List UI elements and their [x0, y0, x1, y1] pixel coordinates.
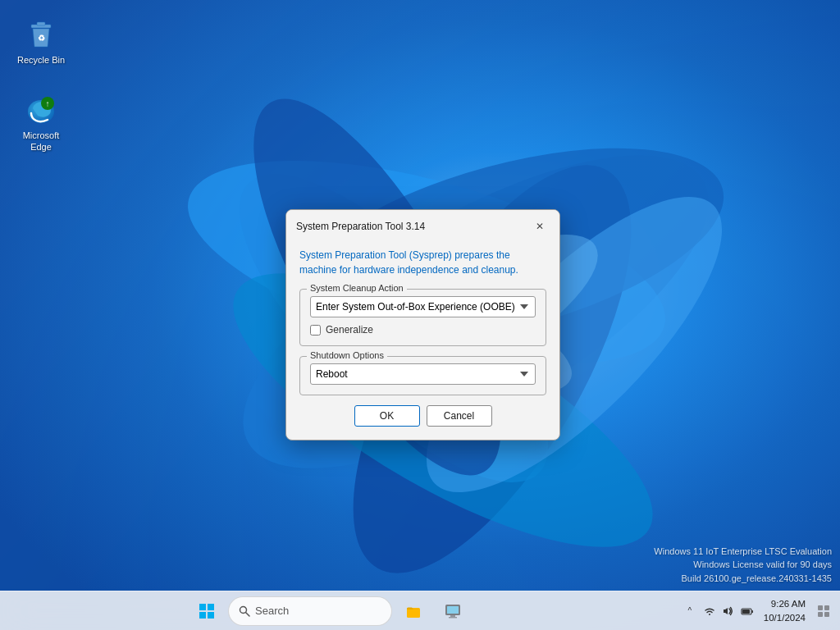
svg-rect-26 — [450, 615, 455, 617]
file-explorer-button[interactable] — [395, 595, 431, 628]
search-label: Search — [255, 605, 289, 617]
generalize-row: Generalize — [310, 324, 536, 336]
svg-rect-31 — [751, 610, 753, 613]
svg-rect-20 — [208, 612, 214, 619]
svg-text:♻: ♻ — [38, 34, 45, 43]
tray-network-icon[interactable] — [701, 603, 718, 619]
desktop-icon-recycle-bin[interactable]: ♻ Recycle Bin — [11, 15, 71, 69]
svg-rect-35 — [824, 612, 829, 617]
svg-line-22 — [246, 612, 250, 616]
svg-rect-34 — [818, 612, 823, 617]
svg-rect-33 — [824, 605, 829, 610]
dialog-titlebar: System Preparation Tool 3.14 ✕ — [286, 210, 559, 241]
clock-date: 10/1/2024 — [764, 611, 806, 624]
action-center-icon — [817, 605, 830, 618]
action-center-button[interactable] — [814, 603, 833, 619]
svg-rect-28 — [724, 609, 725, 613]
tray-power-icon[interactable] — [739, 603, 756, 619]
clock-time: 9:26 AM — [771, 597, 806, 610]
recycle-bin-label: Recycle Bin — [17, 54, 65, 66]
ok-button[interactable]: OK — [354, 405, 420, 427]
search-bar[interactable]: Search — [228, 596, 392, 626]
svg-rect-18 — [208, 604, 214, 610]
dialog-buttons: OK Cancel — [299, 405, 546, 427]
svg-text:↑: ↑ — [46, 99, 50, 108]
shutdown-options-group: Shutdown Options Reboot Shutdown Quit — [299, 356, 546, 395]
system-tray-icons — [701, 603, 756, 619]
dialog-description: System Preparation Tool (Sysprep) prepar… — [299, 248, 546, 277]
dialog-title: System Preparation Tool 3.14 — [296, 221, 425, 232]
windows-logo-icon — [199, 604, 214, 619]
network-icon — [445, 603, 461, 619]
shutdown-options-dropdown[interactable]: Reboot Shutdown Quit — [310, 363, 536, 385]
cancel-button[interactable]: Cancel — [427, 405, 492, 427]
system-clock[interactable]: 9:26 AM 10/1/2024 — [759, 596, 810, 625]
svg-rect-27 — [449, 617, 457, 619]
svg-rect-19 — [199, 612, 206, 619]
svg-rect-17 — [199, 604, 206, 610]
search-icon — [239, 605, 250, 617]
cleanup-action-dropdown[interactable]: Enter System Out-of-Box Experience (OOBE… — [310, 296, 536, 317]
edge-label: Microsoft Edge — [15, 130, 67, 153]
dialog-close-button[interactable]: ✕ — [530, 217, 550, 236]
tray-volume-icon[interactable] — [720, 603, 737, 619]
generalize-label[interactable]: Generalize — [326, 324, 373, 336]
start-button[interactable] — [189, 595, 225, 628]
shutdown-options-label: Shutdown Options — [307, 350, 387, 360]
taskbar-left: Search — [0, 595, 660, 628]
svg-rect-32 — [818, 605, 823, 610]
taskbar-right: ^ — [660, 596, 840, 625]
sysprep-dialog: System Preparation Tool 3.14 ✕ System Pr… — [285, 209, 560, 441]
notification-chevron[interactable]: ^ — [682, 601, 698, 621]
edge-icon: ↑ — [25, 94, 57, 126]
generalize-checkbox[interactable] — [310, 325, 321, 336]
svg-rect-12 — [37, 22, 45, 25]
desktop: ♻ Recycle Bin ↑ Microsoft Edge — [0, 0, 840, 630]
desktop-icon-edge[interactable]: ↑ Microsoft Edge — [11, 90, 71, 157]
cleanup-action-group: System Cleanup Action Enter System Out-o… — [299, 289, 546, 346]
cleanup-action-label: System Cleanup Action — [307, 283, 407, 293]
svg-rect-25 — [447, 606, 459, 614]
network-button[interactable] — [435, 595, 471, 628]
svg-rect-30 — [742, 609, 750, 614]
taskbar: Search ^ — [0, 591, 840, 630]
dialog-body: System Preparation Tool (Sysprep) prepar… — [286, 241, 559, 440]
file-explorer-icon — [405, 603, 422, 619]
recycle-bin-icon: ♻ — [25, 18, 57, 51]
